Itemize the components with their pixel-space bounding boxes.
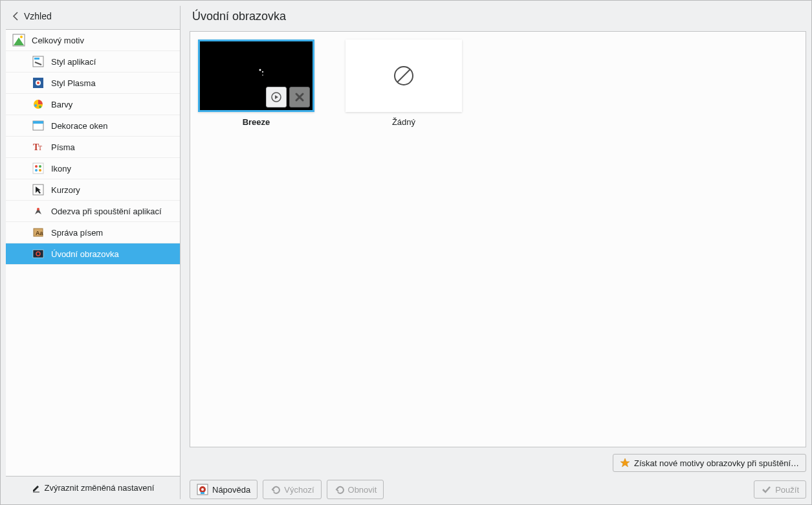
svg-point-6 — [37, 82, 39, 84]
theme-tile-breeze[interactable]: Breeze — [198, 39, 314, 127]
svg-point-32 — [201, 488, 204, 491]
sidebar-item-global-theme[interactable]: Celkový motiv — [6, 30, 180, 51]
svg-rect-33 — [201, 492, 204, 494]
launch-feedback-icon — [32, 205, 45, 218]
theme-label: Žádný — [392, 117, 415, 127]
undo-icon — [334, 484, 344, 495]
theme-thumbnail-none — [346, 39, 462, 112]
main-header: Úvodní obrazovka — [190, 6, 806, 31]
sidebar-item-label: Odezva při spouštění aplikací — [51, 207, 162, 216]
svg-rect-3 — [34, 58, 39, 60]
svg-rect-10 — [33, 121, 43, 124]
sidebar-item-label: Styl Plasma — [51, 78, 96, 88]
svg-point-25 — [262, 71, 263, 73]
highlight-changed-label: Zvýraznit změněná nastavení — [45, 483, 155, 493]
reset-button: Obnovit — [327, 480, 384, 499]
star-icon — [620, 458, 630, 468]
sidebar-item-font-management[interactable]: Aa Správa písem — [6, 222, 180, 243]
help-button[interactable]: Nápověda — [190, 480, 258, 499]
sidebar: Vzhled Celkový motiv Styl aplikací Styl … — [6, 6, 181, 499]
svg-point-8 — [39, 106, 41, 108]
sidebar-item-label: Správa písem — [51, 228, 103, 238]
app-style-icon — [32, 55, 45, 68]
plasma-style-icon — [32, 76, 45, 89]
sidebar-item-label: Dekorace oken — [51, 121, 107, 131]
sidebar-item-label: Styl aplikací — [51, 57, 96, 67]
sidebar-item-splash-screen[interactable]: Úvodní obrazovka — [6, 243, 180, 265]
pencil-icon — [32, 484, 41, 493]
splash-screen-icon — [32, 247, 45, 260]
sidebar-item-label: Úvodní obrazovka — [51, 249, 119, 259]
svg-point-7 — [34, 104, 37, 107]
colors-icon — [32, 98, 45, 111]
theme-thumbnail-breeze — [198, 39, 314, 112]
sidebar-item-plasma-style[interactable]: Styl Plasma — [6, 73, 180, 94]
get-new-row: Získat nové motivy obrazovky při spuštěn… — [190, 447, 806, 472]
apply-button: Použít — [754, 480, 806, 499]
play-circle-icon — [270, 91, 282, 103]
sidebar-list: Celkový motiv Styl aplikací Styl Plasma … — [6, 30, 180, 476]
sidebar-item-fonts[interactable]: TT Písma — [6, 137, 180, 158]
close-icon — [294, 92, 305, 102]
theme-grid: Breeze Žádný — [190, 31, 806, 447]
svg-text:Aa: Aa — [36, 230, 43, 236]
help-label: Nápověda — [212, 485, 250, 495]
sidebar-item-colors[interactable]: Barvy — [6, 94, 180, 115]
sidebar-item-app-style[interactable]: Styl aplikací — [6, 51, 180, 73]
spinner-icon — [256, 69, 265, 78]
global-theme-icon — [12, 34, 25, 47]
sidebar-back-button[interactable]: Vzhled — [6, 6, 180, 30]
defaults-label: Výchozí — [284, 485, 314, 495]
undo-icon — [270, 484, 280, 495]
highlight-changed-button[interactable]: Zvýraznit změněná nastavení — [6, 476, 180, 499]
sidebar-item-label: Kurzory — [51, 185, 80, 195]
settings-window: Vzhled Celkový motiv Styl aplikací Styl … — [0, 0, 812, 505]
icons-icon — [32, 162, 45, 175]
window-decorations-icon — [32, 119, 45, 132]
defaults-button: Výchozí — [263, 480, 321, 499]
svg-text:T: T — [38, 144, 42, 152]
chevron-left-icon — [12, 12, 19, 21]
font-management-icon: Aa — [32, 226, 45, 239]
theme-tile-none[interactable]: Žádný — [346, 39, 462, 127]
svg-point-15 — [39, 165, 41, 168]
check-icon — [761, 484, 771, 495]
svg-point-1 — [20, 36, 23, 38]
get-new-themes-button[interactable]: Získat nové motivy obrazovky při spuštěn… — [613, 454, 806, 472]
delete-button — [289, 87, 310, 107]
main-panel: Úvodní obrazovka — [181, 6, 806, 499]
preview-button[interactable] — [266, 87, 287, 107]
svg-point-26 — [262, 74, 263, 76]
apply-label: Použít — [775, 485, 799, 495]
sidebar-item-label: Barvy — [51, 100, 72, 109]
sidebar-item-window-decorations[interactable]: Dekorace oken — [6, 115, 180, 137]
sidebar-item-label: Ikony — [51, 164, 71, 174]
sidebar-back-label: Vzhled — [24, 11, 52, 21]
svg-point-17 — [39, 169, 41, 172]
sidebar-item-cursors[interactable]: Kurzory — [6, 179, 180, 201]
svg-point-16 — [35, 169, 38, 172]
svg-point-24 — [259, 69, 261, 71]
svg-rect-13 — [33, 163, 43, 174]
sidebar-item-icons[interactable]: Ikony — [6, 158, 180, 179]
svg-rect-22 — [33, 250, 43, 258]
help-icon — [197, 484, 208, 495]
svg-line-29 — [397, 69, 410, 82]
theme-label: Breeze — [243, 117, 270, 127]
sidebar-item-label: Celkový motiv — [32, 36, 84, 45]
sidebar-item-launch-feedback[interactable]: Odezva při spouštění aplikací — [6, 201, 180, 222]
sidebar-item-label: Písma — [51, 142, 75, 152]
prohibited-icon — [392, 64, 415, 87]
fonts-icon: TT — [32, 140, 45, 153]
cursors-icon — [32, 183, 45, 196]
reset-label: Obnovit — [348, 485, 377, 495]
footer-bar: Nápověda Výchozí Obnovit — [190, 472, 806, 499]
get-new-themes-label: Získat nové motivy obrazovky při spuštěn… — [634, 458, 799, 468]
svg-point-19 — [37, 208, 39, 210]
page-title: Úvodní obrazovka — [192, 10, 804, 23]
svg-point-14 — [35, 165, 38, 168]
